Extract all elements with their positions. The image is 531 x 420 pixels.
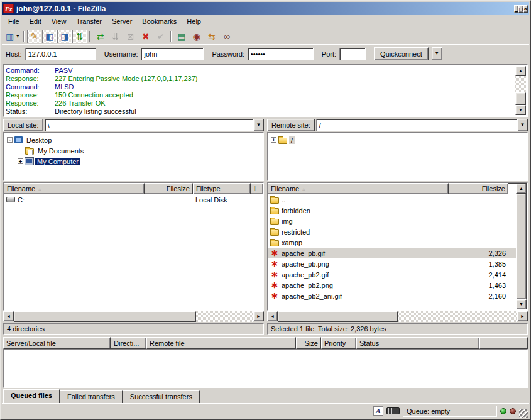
- toolbar-separator: [170, 31, 172, 42]
- file-row[interactable]: ..: [268, 194, 527, 205]
- file-row[interactable]: restricted: [268, 226, 527, 237]
- file-cell-filesize: 1,463: [449, 282, 508, 289]
- scroll-thumb[interactable]: [516, 194, 527, 299]
- queue-column-header-directi-[interactable]: Directi...: [111, 337, 146, 349]
- folder-icon: [278, 138, 287, 144]
- menu-item-bookmarks[interactable]: Bookmarks: [137, 16, 182, 27]
- toggle-local-tree-button[interactable]: ◧: [42, 30, 57, 43]
- menu-item-file[interactable]: File: [3, 16, 25, 27]
- scroll-track[interactable]: [278, 311, 517, 322]
- queue-column-header-priority[interactable]: Priority: [321, 337, 356, 349]
- tree-item[interactable]: +My Computer: [5, 156, 262, 167]
- queue-column-header-status[interactable]: Status: [356, 337, 479, 349]
- dropdown-arrow-icon[interactable]: ▾: [16, 33, 19, 39]
- scroll-right-icon[interactable]: ►: [517, 311, 528, 321]
- file-row[interactable]: forbidden: [268, 205, 527, 216]
- tree-item[interactable]: +/: [269, 135, 526, 145]
- scroll-left-icon[interactable]: ◄: [267, 311, 278, 321]
- menu-item-server[interactable]: Server: [107, 16, 137, 27]
- column-header-l[interactable]: L: [251, 183, 263, 194]
- menu-item-view[interactable]: View: [47, 16, 72, 27]
- file-row[interactable]: img: [268, 216, 527, 226]
- tree-item[interactable]: My Documents: [5, 145, 262, 156]
- file-row[interactable]: ∗apache_pb2.png1,463: [268, 280, 527, 290]
- close-button[interactable]: ×: [523, 5, 528, 13]
- cancel-button[interactable]: ⊠: [123, 30, 138, 43]
- queue-column-header-size[interactable]: Size: [296, 337, 321, 349]
- filter-button[interactable]: ◉: [189, 30, 204, 43]
- transfer-queue: Server/Local fileDirecti...Remote fileSi…: [3, 337, 528, 388]
- disconnect-button[interactable]: ✖: [138, 30, 153, 43]
- apache-file-icon: ∗: [270, 248, 279, 258]
- remote-site-dropdown-icon[interactable]: ▼: [517, 119, 528, 131]
- toggle-queue-button[interactable]: ⇅: [72, 30, 87, 43]
- site-manager-button[interactable]: ▥▾: [4, 30, 21, 43]
- toggle-remote-tree-button[interactable]: ◨: [57, 30, 72, 43]
- resize-grip[interactable]: [519, 409, 528, 418]
- quickconnect-button[interactable]: Quickconnect: [374, 47, 429, 60]
- local-file-list: Filename▵FilesizeFiletypeL C:Local Disk: [3, 182, 264, 311]
- queue-column-header-spacer[interactable]: [479, 337, 528, 349]
- scroll-down-icon[interactable]: ▼: [515, 105, 526, 115]
- local-site-input[interactable]: [45, 119, 253, 131]
- refresh-button[interactable]: ⇄: [93, 30, 107, 43]
- tree-item-label: /: [289, 136, 295, 144]
- column-header-filename[interactable]: Filename▵: [4, 183, 145, 194]
- tab-failed-transfers[interactable]: Failed transfers: [60, 390, 123, 403]
- file-row[interactable]: ∗apache_pb2_ani.gif2,160: [268, 290, 527, 301]
- collapse-icon[interactable]: -: [7, 137, 13, 143]
- scroll-thumb[interactable]: [278, 311, 398, 322]
- scroll-up-icon[interactable]: ▲: [516, 184, 527, 194]
- toggle-log-button[interactable]: ✎: [27, 30, 41, 43]
- password-input[interactable]: [248, 48, 314, 60]
- file-row[interactable]: xampp: [268, 237, 527, 248]
- maximize-button[interactable]: □: [518, 5, 523, 13]
- queue-body[interactable]: [3, 349, 528, 388]
- file-row[interactable]: ∗apache_pb2.gif2,414: [268, 269, 527, 280]
- scroll-track[interactable]: [516, 194, 527, 299]
- scroll-thumb[interactable]: [14, 311, 196, 322]
- expand-icon[interactable]: +: [18, 158, 23, 164]
- remote-list-header: Filename▵Filesize: [268, 183, 527, 194]
- scroll-left-icon[interactable]: ◄: [3, 311, 14, 321]
- menu-item-transfer[interactable]: Transfer: [71, 16, 107, 27]
- column-header-filename[interactable]: Filename▵: [268, 183, 449, 194]
- port-input[interactable]: [339, 48, 366, 60]
- scroll-up-icon[interactable]: ▲: [515, 66, 526, 76]
- process-queue-button[interactable]: ⇊: [108, 30, 123, 43]
- host-input[interactable]: [25, 48, 96, 60]
- menu-item-help[interactable]: Help: [182, 16, 206, 27]
- scroll-track[interactable]: [14, 311, 253, 322]
- title-bar[interactable]: Fz john@127.0.0.1 - FileZilla _□×: [2, 2, 529, 15]
- file-row[interactable]: ∗apache_pb.png1,385: [268, 258, 527, 269]
- directory-comparison-button[interactable]: ▤: [174, 30, 189, 43]
- file-row[interactable]: ∗apache_pb.gif2,326: [268, 248, 527, 258]
- queue-column-header-remote-file[interactable]: Remote file: [146, 337, 296, 349]
- site-manager-icon: ▥: [6, 31, 14, 41]
- scroll-track[interactable]: [515, 76, 526, 105]
- reconnect-button[interactable]: ✔: [153, 30, 168, 43]
- column-header-filetype[interactable]: Filetype: [193, 183, 251, 194]
- tab-successful-transfers[interactable]: Successful transfers: [123, 390, 200, 403]
- scroll-thumb[interactable]: [515, 92, 526, 105]
- remote-list-rows: ..forbiddenimgrestrictedxampp∗apache_pb.…: [268, 194, 527, 301]
- file-row[interactable]: C:Local Disk: [4, 194, 263, 205]
- column-header-filesize[interactable]: Filesize: [449, 183, 508, 194]
- scroll-down-icon[interactable]: ▼: [516, 299, 527, 309]
- menu-item-edit[interactable]: Edit: [25, 16, 47, 27]
- log-line-label: Response:: [6, 91, 55, 99]
- tree-item[interactable]: -Desktop: [5, 135, 262, 145]
- local-site-dropdown-icon[interactable]: ▼: [253, 119, 264, 131]
- queue-column-header-server-local-file[interactable]: Server/Local file: [3, 337, 111, 349]
- toolbar: ▥▾✎◧◨⇅⇄⇊⊠✖✔▤◉⇆∞: [2, 28, 529, 44]
- remote-site-input[interactable]: [316, 119, 517, 131]
- find-files-button[interactable]: ∞: [219, 30, 234, 43]
- expand-icon[interactable]: +: [271, 137, 276, 143]
- username-input[interactable]: [141, 48, 204, 60]
- scroll-right-icon[interactable]: ►: [253, 311, 264, 321]
- synchronized-browsing-button[interactable]: ⇆: [204, 30, 219, 43]
- tab-queued-files[interactable]: Queued files: [3, 389, 60, 403]
- column-header-filesize[interactable]: Filesize: [145, 183, 193, 194]
- remote-file-pane: Filename▵Filesize ..forbiddenimgrestrict…: [267, 182, 528, 335]
- quickconnect-dropdown-icon[interactable]: ▼: [432, 47, 442, 60]
